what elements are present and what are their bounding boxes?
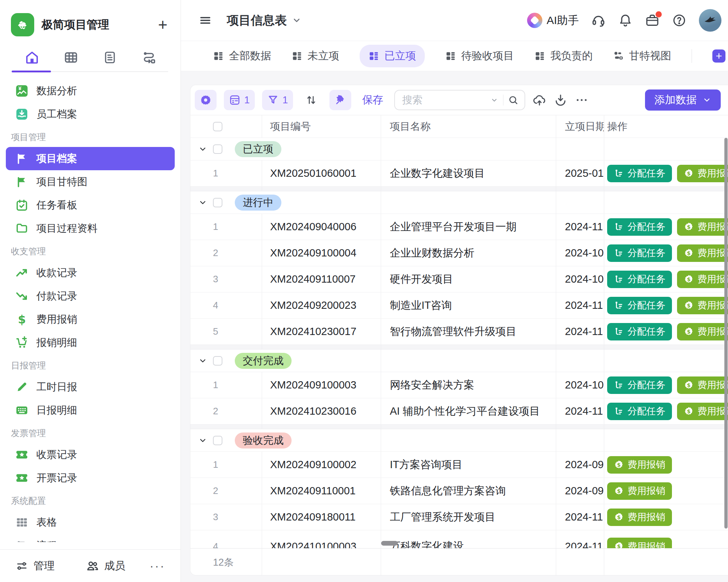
table-row[interactable]: 1XM202409100002IT方案咨询项目2024-09$费用报销 [190, 452, 728, 478]
sidebar-item[interactable]: 开票记录 [6, 466, 175, 490]
table-row[interactable]: 4XM202409200023制造业IT咨询2024-11分配任务$费用报销 [190, 292, 728, 319]
table-row[interactable]: 2XM202410230016AI 辅助个性化学习平台建设项目2024-11分配… [190, 398, 728, 424]
user-avatar[interactable] [699, 9, 721, 32]
filter-button[interactable]: 1 [262, 90, 293, 110]
save-button[interactable]: 保存 [362, 93, 383, 107]
assign-task-button[interactable]: 分配任务 [607, 244, 672, 262]
search-icon[interactable] [508, 95, 519, 105]
table-row[interactable]: 5XM202410230017智行物流管理软件升级项目2024-11分配任务$费… [190, 319, 728, 345]
sidebar-item[interactable]: ¥数据分析 [6, 79, 175, 103]
sort-button[interactable] [300, 90, 322, 110]
expense-claim-button[interactable]: $费用报销 [607, 538, 672, 548]
sidebar-item[interactable]: 付款记录 [6, 284, 175, 308]
group-checkbox[interactable] [213, 356, 222, 366]
sidebar-item[interactable]: 工时日报 [6, 375, 175, 399]
expense-claim-button[interactable]: $费用报销 [677, 323, 728, 340]
expense-claim-button[interactable]: $费用报销 [607, 482, 672, 500]
more-options-icon[interactable] [575, 93, 589, 107]
expense-claim-button[interactable]: $费用报销 [677, 218, 728, 236]
group-checkbox[interactable] [213, 144, 222, 154]
filter-count: 1 [282, 95, 288, 106]
group-collapse-chevron-icon[interactable] [198, 436, 207, 445]
assign-task-button[interactable]: 分配任务 [607, 218, 672, 236]
table-row[interactable]: 1XM202409100003网络安全解决方案2024-10分配任务$费用报销 [190, 372, 728, 398]
expense-claim-button[interactable]: $费用报销 [677, 376, 728, 394]
expense-claim-button[interactable]: $费用报销 [677, 244, 728, 262]
expense-claim-button[interactable]: $费用报销 [677, 403, 728, 420]
select-all-checkbox[interactable] [213, 122, 222, 131]
cloud-upload-icon[interactable] [533, 93, 546, 107]
column-header[interactable]: 项目编号 [262, 115, 381, 137]
sidebar-more-button[interactable]: ··· [150, 559, 165, 573]
sidebar-item[interactable]: 任务看板 [6, 194, 175, 217]
view-tab[interactable]: 我负责的 [534, 49, 593, 63]
ai-assistant-button[interactable]: AI助手 [527, 13, 579, 28]
table-row[interactable]: 3XM202409180011工厂管理系统开发项目2024-11$费用报销 [190, 504, 728, 530]
assign-task-button[interactable]: 分配任务 [607, 376, 672, 394]
table-row[interactable]: 2XM202409110001铁路信息化管理方案咨询2024-09$费用报销 [190, 478, 728, 504]
table-row[interactable]: 2XM202409100004企业业财数据分析2024-10分配任务$费用报销 [190, 240, 728, 266]
expense-claim-button[interactable]: $费用报销 [607, 509, 672, 526]
sidebar-item[interactable]: 报销明细 [6, 331, 175, 354]
expense-claim-button[interactable]: $费用报销 [607, 456, 672, 474]
expense-claim-button[interactable]: $费用报销 [677, 271, 728, 288]
search-chevron-down-icon[interactable] [490, 96, 499, 104]
sidebar-item[interactable]: 员工档案 [6, 103, 175, 126]
members-button[interactable]: 成员 [86, 559, 125, 573]
table-row[interactable]: 1XM202501060001企业数字化建设项目2025-01分配任务$费用报销 [190, 160, 728, 187]
title-chevron-down-icon[interactable] [292, 16, 301, 25]
group-collapse-chevron-icon[interactable] [198, 198, 207, 207]
table-row[interactable]: 3XM202409110007硬件开发项目2024-10分配任务$费用报销 [190, 266, 728, 292]
document-icon[interactable] [102, 49, 118, 66]
group-collapse-chevron-icon[interactable] [198, 356, 207, 365]
sidebar-item[interactable]: $费用报销 [6, 308, 175, 331]
sidebar-item[interactable]: 收票记录 [6, 443, 175, 466]
search-input[interactable] [402, 94, 486, 106]
workflow-icon[interactable] [141, 49, 157, 66]
view-tab[interactable]: 待验收项目 [445, 49, 514, 63]
assign-task-button[interactable]: 分配任务 [607, 271, 672, 288]
sidebar-item[interactable]: 项目档案 [6, 147, 175, 170]
sidebar-item[interactable]: 项目甘特图 [6, 170, 175, 194]
sidebar-item[interactable]: 表格 [6, 511, 175, 534]
column-header[interactable]: 项目名称 [381, 115, 556, 137]
expense-claim-button[interactable]: $费用报销 [677, 165, 728, 182]
view-tab[interactable]: 已立项 [360, 45, 425, 67]
table-row[interactable]: 4XM202410100003万科数字化建设2024-11$费用报销 [190, 530, 728, 548]
manage-button[interactable]: 管理 [15, 559, 55, 573]
settings-gear-button[interactable] [195, 90, 217, 110]
hamburger-menu-icon[interactable] [198, 13, 212, 27]
sidebar-item[interactable]: 日报明细 [6, 399, 175, 422]
sidebar-item[interactable]: 收款记录 [6, 261, 175, 284]
column-header[interactable]: 操作 [604, 115, 728, 137]
assign-task-button[interactable]: 分配任务 [607, 323, 672, 340]
help-icon[interactable] [672, 13, 687, 28]
group-checkbox[interactable] [213, 198, 222, 207]
expense-claim-button[interactable]: $费用报销 [677, 297, 728, 314]
view-tab[interactable]: 甘特视图 [613, 49, 671, 63]
pin-button[interactable] [329, 90, 351, 110]
add-data-button[interactable]: 添加数据 [645, 89, 721, 111]
horizontal-scrollbar[interactable] [381, 541, 398, 546]
table-row[interactable]: 1XM202409040006企业管理平台开发项目一期2024-11分配任务$费… [190, 214, 728, 240]
sidebar-item[interactable]: 流程 [6, 534, 175, 542]
assign-task-button[interactable]: 分配任务 [607, 165, 672, 182]
create-view-button[interactable]: + 创建视图 [712, 49, 728, 63]
briefcase-icon[interactable] [645, 13, 660, 28]
table-grid-icon[interactable] [63, 49, 79, 66]
view-tab[interactable]: 全部数据 [213, 49, 271, 63]
assign-task-button[interactable]: 分配任务 [607, 297, 672, 314]
home-icon[interactable] [24, 49, 40, 66]
assign-task-button[interactable]: 分配任务 [607, 403, 672, 420]
view-tab[interactable]: 未立项 [292, 49, 339, 63]
download-icon[interactable] [554, 93, 567, 107]
headset-support-icon[interactable] [591, 13, 606, 28]
column-header[interactable]: 立项日期 [556, 115, 604, 137]
sidebar-item[interactable]: 项目过程资料 [6, 217, 175, 240]
add-workspace-button[interactable]: + [158, 17, 167, 33]
notifications-bell-icon[interactable] [618, 13, 633, 28]
group-checkbox[interactable] [213, 436, 222, 445]
field-config-button[interactable]: 1 [224, 90, 255, 110]
group-collapse-chevron-icon[interactable] [198, 145, 207, 154]
vertical-scrollbar[interactable] [724, 138, 728, 529]
